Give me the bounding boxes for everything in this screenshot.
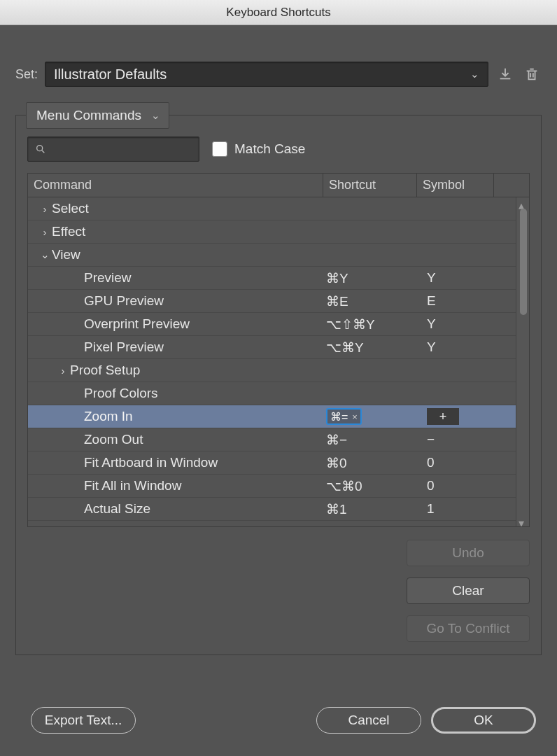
- shortcut-text: ⌘H: [326, 524, 349, 527]
- symbol-text: Y: [427, 270, 436, 286]
- export-text-button[interactable]: Export Text...: [31, 707, 136, 734]
- tree-item-row[interactable]: Actual Size⌘11: [28, 498, 529, 521]
- tree-group-row[interactable]: ›Proof Setup: [28, 359, 529, 382]
- symbol-text: Y: [427, 316, 436, 332]
- column-command[interactable]: Command: [28, 174, 323, 197]
- set-select-value: Illustrator Defaults: [54, 66, 167, 83]
- window-titlebar: Keyboard Shortcuts: [0, 0, 557, 25]
- chevron-right-icon[interactable]: ›: [38, 226, 52, 238]
- shortcut-text: ⌥⇧⌘Y: [326, 316, 375, 332]
- row-label: Fit Artboard in Window: [84, 455, 218, 470]
- shortcut-text: ⌥⌘Y: [326, 340, 364, 356]
- undo-button[interactable]: Undo: [407, 540, 530, 566]
- row-label: Overprint Preview: [84, 316, 190, 332]
- symbol-text: 0: [427, 478, 435, 493]
- shortcut-text: ⌘E: [326, 293, 348, 309]
- shortcuts-panel: Menu Commands ⌄ Match Case Command Short…: [15, 115, 542, 655]
- tree-group-row[interactable]: ›Effect: [28, 220, 529, 244]
- row-label: Zoom In: [84, 409, 133, 424]
- chevron-down-icon: ⌄: [470, 68, 479, 80]
- grid-header: Command Shortcut Symbol: [28, 174, 529, 197]
- row-label: Actual Size: [84, 501, 150, 517]
- scroll-down-arrow[interactable]: ▾: [519, 517, 527, 525]
- go-to-conflict-button[interactable]: Go To Conflict: [407, 615, 530, 642]
- symbol-text: E: [427, 293, 436, 309]
- symbol-text: 0: [427, 455, 435, 470]
- shortcut-text: ⌘−: [326, 432, 347, 448]
- shortcut-text: ⌘1: [326, 501, 347, 517]
- set-label: Set:: [15, 67, 38, 82]
- tree-item-row[interactable]: Proof Colors: [28, 382, 529, 405]
- search-input-container[interactable]: [27, 136, 199, 162]
- window-title: Keyboard Shortcuts: [226, 6, 330, 19]
- scroll-up-arrow[interactable]: ▴: [519, 199, 527, 207]
- column-symbol[interactable]: Symbol: [417, 174, 494, 197]
- tree-item-row[interactable]: Zoom Out⌘−−: [28, 428, 529, 451]
- row-label: Proof Colors: [84, 386, 158, 401]
- category-select[interactable]: Menu Commands ⌄: [26, 102, 169, 129]
- chevron-down-icon: ⌄: [151, 109, 160, 122]
- tree-item-row[interactable]: Overprint Preview⌥⇧⌘YY: [28, 313, 529, 336]
- symbol-text: Y: [427, 340, 436, 355]
- row-label: Fit All in Window: [84, 478, 181, 493]
- tree-item-row[interactable]: GPU Preview⌘EE: [28, 290, 529, 313]
- row-label: GPU Preview: [84, 293, 164, 309]
- chevron-right-icon[interactable]: ›: [56, 365, 70, 377]
- grid-body[interactable]: ▴ ▾ ›Select›Effect⌄ViewPreview⌘YYGPU Pre…: [28, 197, 529, 526]
- set-select[interactable]: Illustrator Defaults ⌄: [45, 62, 488, 87]
- symbol-text: H: [427, 524, 437, 526]
- chevron-down-icon[interactable]: ⌄: [38, 248, 52, 261]
- search-input[interactable]: [52, 143, 192, 155]
- delete-set-button[interactable]: [522, 64, 542, 84]
- shortcut-grid: Command Shortcut Symbol ▴ ▾ ›Select›Effe…: [27, 173, 530, 527]
- tree-item-row[interactable]: Fit Artboard in Window⌘00: [28, 451, 529, 475]
- tree-group-row[interactable]: ›Select: [28, 197, 529, 220]
- tree-item-row[interactable]: Zoom In⌘=×+: [28, 405, 529, 428]
- shortcut-text: ⌘0: [326, 455, 347, 471]
- shortcut-text: ⌘Y: [326, 270, 348, 286]
- row-label: View: [52, 247, 80, 262]
- row-label: Preview: [84, 270, 132, 286]
- ok-button[interactable]: OK: [431, 707, 536, 734]
- row-label: Hide Edges: [84, 524, 153, 526]
- clear-shortcut-icon[interactable]: ×: [352, 412, 358, 422]
- row-label: Pixel Preview: [84, 340, 164, 355]
- save-set-button[interactable]: [495, 64, 515, 84]
- symbol-text: −: [427, 432, 435, 447]
- svg-point-0: [37, 146, 43, 151]
- row-label: Effect: [52, 224, 85, 239]
- tree-item-row[interactable]: Hide Edges⌘HH: [28, 521, 529, 526]
- cancel-button[interactable]: Cancel: [316, 707, 421, 734]
- symbol-text: 1: [427, 501, 435, 517]
- category-select-value: Menu Commands: [36, 108, 141, 123]
- match-case-label: Match Case: [234, 141, 305, 157]
- shortcut-text: ⌥⌘0: [326, 478, 362, 494]
- tree-item-row[interactable]: Pixel Preview⌥⌘YY: [28, 336, 529, 359]
- column-shortcut[interactable]: Shortcut: [323, 174, 417, 197]
- search-icon: [35, 143, 46, 155]
- chevron-right-icon[interactable]: ›: [38, 203, 52, 215]
- row-label: Proof Setup: [70, 363, 140, 378]
- tree-group-row[interactable]: ⌄View: [28, 244, 529, 267]
- row-label: Select: [52, 201, 89, 216]
- clear-button[interactable]: Clear: [407, 578, 530, 604]
- shortcut-edit-field[interactable]: ⌘=×: [326, 408, 362, 425]
- row-label: Zoom Out: [84, 432, 143, 447]
- scrollbar-thumb[interactable]: [520, 209, 527, 315]
- tree-item-row[interactable]: Preview⌘YY: [28, 267, 529, 290]
- tree-item-row[interactable]: Fit All in Window⌥⌘00: [28, 475, 529, 498]
- match-case-checkbox[interactable]: [212, 141, 227, 157]
- symbol-edit-field[interactable]: +: [427, 408, 459, 425]
